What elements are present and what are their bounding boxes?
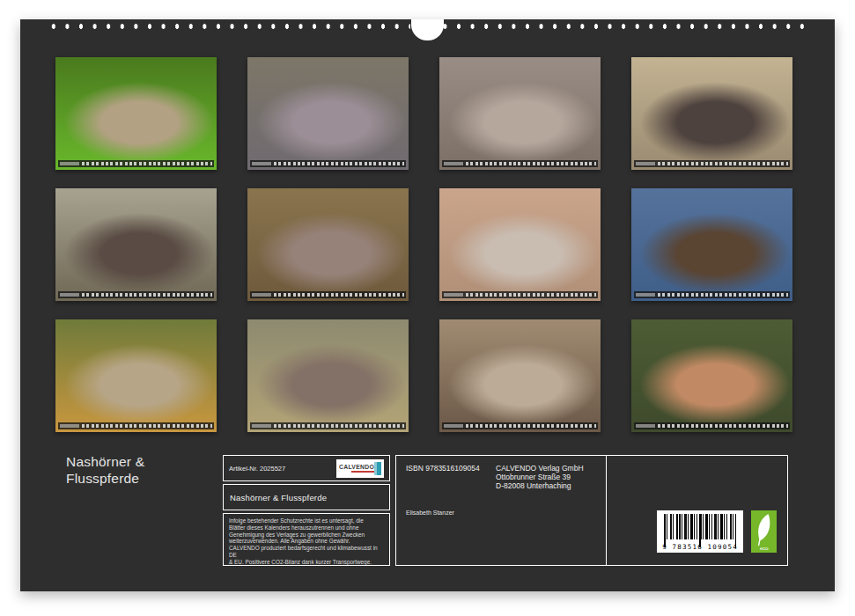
month-photo: [55, 57, 217, 170]
eco-badge: eco: [751, 510, 777, 553]
calvendo-logo-text-wrap: CALVENDO: [339, 464, 374, 473]
mini-calendar-strip: [442, 422, 598, 429]
mini-calendar-month-label: [636, 162, 655, 165]
calvendo-page-icon: [374, 462, 381, 475]
mini-calendar-strip: [250, 422, 406, 429]
mini-calendar-day-ticks: [274, 424, 404, 429]
spiral-punch-holes-left: [47, 22, 410, 31]
mini-calendar-strip: [58, 291, 214, 298]
month-photo: [55, 188, 217, 301]
barcode-cell: 9 783516 109054 eco: [606, 456, 787, 565]
month-photo: [631, 57, 792, 170]
author-name: Elisabeth Stanzer: [406, 510, 606, 516]
article-number-box: Artikel-Nr. 2025527 CALVENDO: [223, 455, 390, 481]
month-thumbnail-rhino-in-dry-bush: [439, 319, 601, 432]
info-panel-left: Artikel-Nr. 2025527 CALVENDO Nashörner &…: [223, 455, 390, 566]
month-photo: [631, 188, 792, 301]
mini-calendar-month-label: [444, 293, 463, 297]
month-photo: [631, 319, 792, 432]
mini-calendar-day-ticks: [82, 162, 212, 166]
publisher-address: CALVENDO Verlag GmbH Ottobrunner Straße …: [496, 464, 584, 490]
month-photo: [247, 57, 409, 170]
month-thumbnail-hippo-lying-on-sand: [247, 319, 409, 432]
month-thumbnail-rhino-face-closeup: [439, 57, 601, 170]
mini-calendar-month-label: [252, 162, 271, 165]
mini-calendar-strip: [442, 291, 598, 298]
publisher-cell: ISBN 9783516109054 CALVENDO Verlag GmbH …: [396, 456, 606, 565]
month-thumbnail-rhino-calf-with-mother: [439, 188, 601, 301]
calendar-title: Nashörner & Flusspferde: [66, 454, 144, 488]
month-photo: [439, 188, 601, 301]
calendar-back-card: Nashörner & Flusspferde Artikel-Nr. 2025…: [20, 19, 835, 591]
mini-calendar-month-label: [444, 162, 463, 165]
isbn-text: ISBN 9783516109054: [406, 464, 496, 490]
month-thumbnail-hippos-in-blue-water: [631, 188, 792, 301]
mini-calendar-month-label: [636, 293, 655, 297]
mini-calendar-strip: [58, 422, 214, 429]
mini-calendar-day-ticks: [82, 293, 212, 297]
mini-calendar-month-label: [60, 293, 79, 297]
article-number-label: Artikel-Nr. 2025527: [229, 465, 285, 473]
month-thumbnail-rhinos-on-green-grass: [55, 57, 217, 170]
product-title: Nashörner & Flusspferde: [230, 493, 327, 502]
mini-calendar-month-label: [60, 162, 79, 165]
mini-calendar-strip: [634, 160, 790, 167]
mini-calendar-strip: [250, 291, 406, 298]
mini-calendar-day-ticks: [82, 424, 212, 429]
mini-calendar-day-ticks: [658, 424, 788, 429]
info-panel-midright: ISBN 9783516109054 CALVENDO Verlag GmbH …: [395, 455, 788, 566]
month-photo: [55, 319, 217, 432]
barcode-number: 9 783516 109054: [657, 543, 743, 551]
spiral-punch-holes-right: [424, 22, 808, 31]
month-thumbnail-hippo-muddy-water: [247, 188, 409, 301]
month-photo: [247, 319, 409, 432]
month-photo: [247, 188, 409, 301]
month-thumbnail-hippo-pink-green-water: [631, 319, 792, 432]
mini-calendar-month-label: [252, 293, 271, 297]
mini-calendar-day-ticks: [466, 162, 596, 166]
month-thumbnail-hippo-head-resting: [247, 57, 409, 170]
month-thumbnail-grid: [55, 57, 792, 432]
isbn-publisher-row: ISBN 9783516109054 CALVENDO Verlag GmbH …: [406, 464, 606, 490]
month-thumbnail-hippos-sparring-water: [55, 188, 217, 301]
calvendo-logo: CALVENDO: [336, 459, 384, 478]
mini-calendar-day-ticks: [274, 162, 404, 166]
eco-badge-label: eco: [760, 546, 769, 551]
mini-calendar-day-ticks: [466, 424, 596, 429]
calvendo-logo-wordmark: CALVENDO: [339, 464, 374, 470]
month-thumbnail-rhino-golden-savanna: [55, 319, 217, 432]
mini-calendar-strip: [634, 291, 790, 298]
month-photo: [439, 57, 601, 170]
ean-barcode: 9 783516 109054: [657, 510, 743, 553]
leaf-icon: [754, 513, 774, 546]
calvendo-logo-tagline: [351, 471, 374, 473]
hanger-hole-notch: [411, 19, 444, 40]
calendar-back-product-page: Nashörner & Flusspferde Artikel-Nr. 2025…: [0, 0, 855, 616]
mini-calendar-day-ticks: [466, 293, 596, 297]
mini-calendar-day-ticks: [658, 293, 788, 297]
mini-calendar-month-label: [444, 424, 463, 428]
mini-calendar-strip: [442, 160, 598, 167]
mini-calendar-strip: [250, 160, 406, 167]
month-photo: [439, 319, 601, 432]
product-title-box: Nashörner & Flusspferde: [223, 484, 390, 510]
mini-calendar-month-label: [252, 424, 271, 428]
legal-text-box: Infolge bestehender Schutzrechte ist es …: [223, 513, 390, 566]
month-thumbnail-pygmy-hippo-pair: [631, 57, 792, 170]
mini-calendar-month-label: [60, 424, 79, 428]
mini-calendar-strip: [634, 422, 790, 429]
mini-calendar-month-label: [636, 424, 655, 428]
mini-calendar-day-ticks: [274, 293, 404, 297]
mini-calendar-day-ticks: [658, 162, 788, 166]
mini-calendar-strip: [58, 160, 214, 167]
